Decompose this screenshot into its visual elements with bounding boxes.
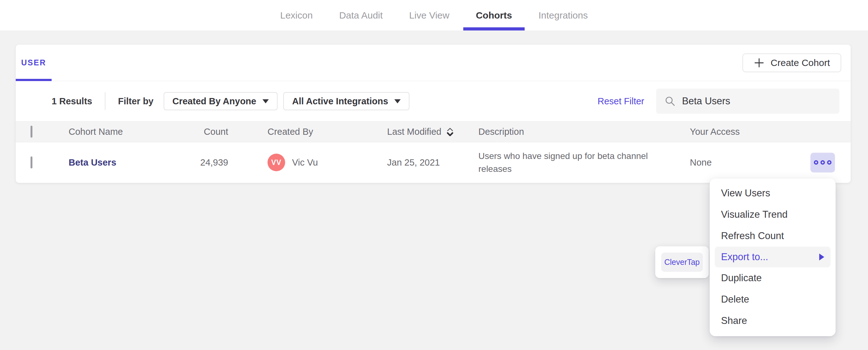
select-all-checkbox[interactable] xyxy=(31,126,32,138)
reset-filter-link[interactable]: Reset Filter xyxy=(598,96,644,106)
active-integrations-dropdown[interactable]: All Active Integrations xyxy=(283,92,409,110)
nav-item-integrations[interactable]: Integrations xyxy=(536,0,590,31)
your-access-cell: None xyxy=(690,153,851,173)
filter-toolbar: 1 Results Filter by Created By Anyone Al… xyxy=(16,81,851,121)
menu-item-share[interactable]: Share xyxy=(710,310,836,331)
filter-by-label: Filter by xyxy=(118,96,154,106)
created-by-name: Vic Vu xyxy=(292,158,318,168)
user-tab-underline xyxy=(16,79,52,81)
arrow-right-icon xyxy=(819,253,824,260)
menu-item-duplicate[interactable]: Duplicate xyxy=(710,267,836,289)
vertical-divider xyxy=(105,92,105,110)
nav-item-cohorts[interactable]: Cohorts xyxy=(474,0,514,31)
submenu-item-clevertap[interactable]: CleverTap xyxy=(661,253,703,272)
sort-updown-icon[interactable] xyxy=(446,127,454,137)
menu-item-view-users[interactable]: View Users xyxy=(710,182,836,204)
cohorts-panel: USER Create Cohort 1 Results Filter by C… xyxy=(16,45,851,183)
caret-down-icon xyxy=(262,99,269,103)
cohort-description: Users who have signed up for beta channe… xyxy=(478,149,674,175)
search-icon xyxy=(664,96,676,107)
avatar: VV xyxy=(268,154,285,171)
access-value: None xyxy=(690,158,712,168)
column-header-count[interactable]: Count xyxy=(172,127,228,137)
cohort-actions-menu: View Users Visualize Trend Refresh Count… xyxy=(710,178,836,336)
created-by-dropdown[interactable]: Created By Anyone xyxy=(164,92,278,110)
search-box[interactable] xyxy=(656,89,839,114)
search-input[interactable] xyxy=(682,96,831,107)
column-header-description[interactable]: Description xyxy=(478,127,690,137)
column-header-created-by[interactable]: Created By xyxy=(228,127,387,137)
column-header-last-modified[interactable]: Last Modified xyxy=(387,127,478,137)
cohort-name-link[interactable]: Beta Users xyxy=(69,158,117,168)
table-row: Beta Users 24,939 VV Vic Vu Jan 25, 2021… xyxy=(16,142,851,182)
export-submenu: CleverTap xyxy=(655,246,709,278)
results-count: 1 Results xyxy=(52,96,92,106)
three-dots-icon xyxy=(814,160,818,165)
table-header: Cohort Name Count Created By Last Modifi… xyxy=(16,121,851,142)
tab-user[interactable]: USER xyxy=(16,45,52,81)
menu-item-delete[interactable]: Delete xyxy=(710,289,836,310)
last-modified-date: Jan 25, 2021 xyxy=(387,158,478,168)
menu-item-export-to[interactable]: Export to... xyxy=(715,247,831,267)
column-header-cohort-name[interactable]: Cohort Name xyxy=(69,127,172,137)
column-header-your-access[interactable]: Your Access xyxy=(690,127,851,137)
created-by-cell: VV Vic Vu xyxy=(228,154,387,171)
nav-item-data-audit[interactable]: Data Audit xyxy=(337,0,384,31)
row-checkbox[interactable] xyxy=(31,156,32,168)
create-cohort-button[interactable]: Create Cohort xyxy=(742,54,841,72)
menu-item-visualize-trend[interactable]: Visualize Trend xyxy=(710,204,836,225)
active-tab-underline xyxy=(463,27,525,31)
panel-tabs-row: USER Create Cohort xyxy=(16,45,851,81)
cohort-count: 24,939 xyxy=(172,158,228,168)
menu-item-refresh-count[interactable]: Refresh Count xyxy=(710,225,836,247)
top-navigation: Lexicon Data Audit Live View Cohorts Int… xyxy=(0,0,868,31)
more-options-button[interactable] xyxy=(810,153,835,173)
plus-icon xyxy=(754,58,765,68)
caret-down-icon xyxy=(394,99,401,103)
nav-item-live-view[interactable]: Live View xyxy=(407,0,451,31)
nav-item-lexicon[interactable]: Lexicon xyxy=(278,0,314,31)
